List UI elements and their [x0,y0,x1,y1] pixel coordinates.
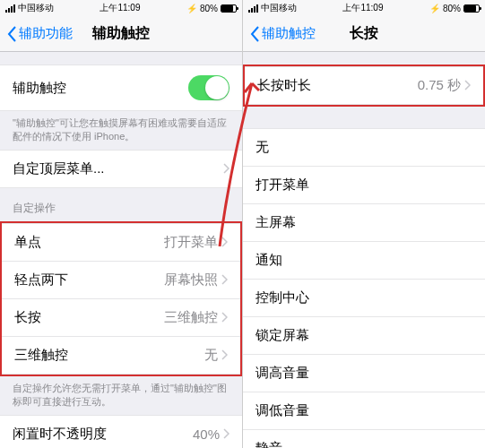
chevron-right-icon [464,78,471,93]
cell-value: 无 [204,347,218,364]
battery-pct: 80% [200,4,218,13]
battery-icon [221,4,237,13]
option-row[interactable]: 控制中心 [243,280,485,317]
battery-icon [463,4,480,13]
carrier-label: 中国移动 [261,2,297,14]
long-press-row[interactable]: 长按 三维触控 [2,299,240,337]
back-button[interactable]: 辅助功能 [7,25,73,42]
status-bar: 中国移动 上午11:09 ⚡ 80% [0,0,242,16]
signal-icon [248,4,258,13]
cell-value: 三维触控 [164,309,218,326]
option-label: 通知 [255,252,282,269]
single-tap-row[interactable]: 单点 打开菜单 [2,223,240,262]
option-row[interactable]: 调低音量 [243,392,485,430]
content-scroll[interactable]: 辅助触控 "辅助触控"可让您在触摸屏幕有困难或需要自适应配件的情况下使用 iPh… [0,52,242,448]
chevron-right-icon [221,348,228,363]
cell-label: 单点 [14,234,41,251]
back-label: 辅助功能 [19,25,73,42]
cell-label: 长按时长 [257,77,311,94]
option-row[interactable]: 锁定屏幕 [243,317,485,355]
annotation-actions-box: 单点 打开菜单 轻点两下 屏幕快照 长按 三维触控 三维触控 无 [0,221,242,376]
custom-actions-header: 自定操作 [0,188,242,221]
option-label: 静音 [255,440,282,448]
three-d-touch-row[interactable]: 三维触控 无 [2,337,240,375]
option-label: 控制中心 [255,289,309,306]
cell-label: 自定顶层菜单... [13,160,105,177]
cell-label: 辅助触控 [13,80,66,97]
option-label: 无 [255,139,269,156]
cell-value: 40% [193,426,220,442]
page-title: 辅助触控 [92,24,150,43]
chevron-left-icon [7,26,17,42]
option-row[interactable]: 主屏幕 [243,204,485,242]
chevron-right-icon [223,426,230,442]
clock-label: 上午11:09 [100,2,140,14]
nav-bar: 辅助功能 辅助触控 [0,16,242,52]
chevron-right-icon [221,272,228,288]
nav-bar: 辅助触控 长按 [243,16,485,52]
option-label: 调低音量 [255,402,309,419]
chevron-right-icon [221,310,228,325]
carrier-label: 中国移动 [18,2,54,14]
page-title: 长按 [350,24,378,43]
chevron-right-icon [221,235,228,250]
clock-label: 上午11:09 [342,2,383,14]
cell-label: 三维触控 [14,347,68,364]
signal-icon [5,4,15,13]
option-label: 主屏幕 [255,214,296,231]
cell-value: 屏幕快照 [164,271,218,289]
option-label: 调高音量 [255,365,309,382]
custom-top-menu-row[interactable]: 自定顶层菜单... [0,150,242,188]
cell-label: 轻点两下 [14,271,68,289]
toggle-switch[interactable] [188,75,230,100]
right-screen: 中国移动 上午11:09 ⚡ 80% 辅助触控 长按 长按时长 0.75 秒 [243,0,485,448]
cell-label: 长按 [14,309,41,326]
option-row[interactable]: 通知 [243,242,485,280]
cell-value: 0.75 秒 [418,77,461,94]
content-scroll[interactable]: 长按时长 0.75 秒 无打开菜单主屏幕通知控制中心锁定屏幕调高音量调低音量静音… [243,52,485,448]
option-row[interactable]: 调高音量 [243,355,485,392]
chevron-right-icon [223,161,230,177]
idle-opacity-row[interactable]: 闲置时不透明度 40% [0,415,242,448]
duration-row[interactable]: 长按时长 0.75 秒 [245,66,483,105]
option-row[interactable]: 打开菜单 [243,167,485,204]
left-screen: 中国移动 上午11:09 ⚡ 80% 辅助功能 辅助触控 辅助触控 "辅助触控"… [0,0,243,448]
double-tap-row[interactable]: 轻点两下 屏幕快照 [2,262,240,299]
status-bar: 中国移动 上午11:09 ⚡ 80% [243,0,485,16]
cell-label: 闲置时不透明度 [13,426,107,443]
assistive-touch-toggle-row[interactable]: 辅助触控 [0,65,242,111]
battery-pct: 80% [443,4,461,13]
back-button[interactable]: 辅助触控 [250,25,316,42]
assistive-note: "辅助触控"可让您在触摸屏幕有困难或需要自适应配件的情况下使用 iPhone。 [0,111,242,150]
back-label: 辅助触控 [262,25,316,42]
option-label: 锁定屏幕 [255,327,309,344]
option-label: 打开菜单 [255,177,309,194]
annotation-duration-box: 长按时长 0.75 秒 [243,65,485,107]
option-row[interactable]: 静音 [243,430,485,448]
cell-value: 打开菜单 [164,234,218,251]
option-row[interactable]: 无 [243,128,485,167]
chevron-left-icon [250,26,260,42]
actions-note: 自定操作允许您无需打开菜单，通过"辅助触控"图标即可直接进行互动。 [0,376,242,415]
options-list: 无打开菜单主屏幕通知控制中心锁定屏幕调高音量调低音量静音辅助功能快捷键摇动应用切… [243,128,485,448]
